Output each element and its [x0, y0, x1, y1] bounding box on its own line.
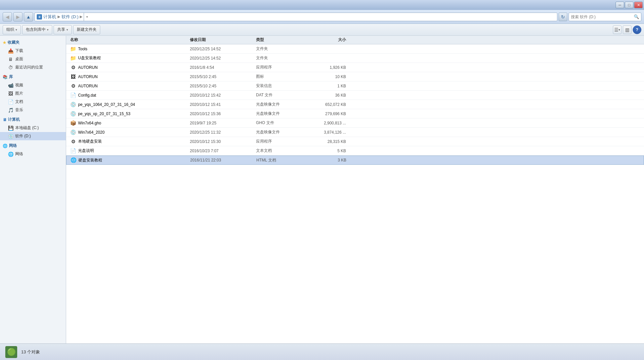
- table-row[interactable]: 🖼 AUTORUN 2015/5/10 2:45 图标 10 KB: [66, 72, 644, 81]
- sidebar-item-downloads[interactable]: 📥 下载: [0, 47, 66, 55]
- sidebar-header-favorites: ★ 收藏夹: [0, 38, 66, 47]
- file-name: U盘安装教程: [78, 55, 101, 61]
- table-row[interactable]: 💿 pe_yqs_1064_20_07_31_16_04 2020/10/12 …: [66, 100, 644, 109]
- sidebar-header-network: 🌐 网络: [0, 142, 66, 150]
- maximize-button[interactable]: □: [625, 2, 633, 8]
- table-row[interactable]: ⚙ AUTORUN 2016/1/8 4:54 应用程序 1,926 KB: [66, 63, 644, 72]
- file-icon: 💿: [70, 102, 76, 108]
- file-name-cell: 💿 Win7x64_2020: [67, 129, 190, 135]
- table-row[interactable]: 💿 Win7x64_2020 2020/12/25 11:32 光盘映像文件 3…: [66, 128, 644, 137]
- file-size: 2,900,813 ...: [309, 121, 349, 125]
- window-controls: ─ □ ✕: [616, 2, 643, 8]
- sidebar-item-drive-c[interactable]: 💾 本地磁盘 (C:): [0, 124, 66, 132]
- close-button[interactable]: ✕: [634, 2, 643, 8]
- table-row[interactable]: 📁 Tools 2020/12/25 14:52 文件夹: [66, 44, 644, 54]
- file-type: 图标: [256, 74, 309, 79]
- table-row[interactable]: 📁 U盘安装教程 2020/12/25 14:52 文件夹: [66, 54, 644, 63]
- column-date[interactable]: 修改日期: [190, 37, 256, 43]
- toolbar: 组织 ▾ 包含到库中 ▾ 共享 ▾ 新建文件夹 ☰ ▾ ▥ ?: [0, 24, 644, 36]
- file-name-cell: 📄 Config.dat: [67, 92, 190, 98]
- address-bar[interactable]: 🖥 计算机 ▶ 软件 (D:) ▶ ▾: [34, 13, 557, 21]
- file-type: 光盘映像文件: [256, 129, 309, 135]
- sidebar-section-library: 📚 库 📹 视频 🖼 图片 📄 文档 🎵 音乐: [0, 73, 66, 114]
- sidebar-item-music[interactable]: 🎵 音乐: [0, 106, 66, 114]
- file-icon: ⚙: [70, 65, 76, 70]
- table-row[interactable]: 📦 Win7x64.gho 2019/9/7 19:25 GHO 文件 2,90…: [66, 118, 644, 128]
- file-name-cell: ⚙ AUTORUN: [67, 83, 190, 89]
- sidebar-item-drive-d[interactable]: 💿 软件 (D:): [0, 132, 66, 140]
- search-icon[interactable]: 🔍: [634, 14, 639, 19]
- favorites-label: 收藏夹: [8, 40, 20, 45]
- sidebar-item-network[interactable]: 🌐 网络: [0, 150, 66, 158]
- refresh-button[interactable]: ↻: [559, 13, 567, 21]
- share-arrow: ▾: [66, 28, 68, 31]
- back-button[interactable]: ◀: [3, 12, 12, 22]
- file-type: 应用程序: [256, 139, 309, 144]
- status-bar: 🟢 13 个对象: [0, 343, 644, 360]
- up-button[interactable]: ▲: [24, 12, 33, 22]
- file-type: 光盘映像文件: [256, 102, 309, 107]
- sidebar-item-pictures[interactable]: 🖼 图片: [0, 89, 66, 98]
- file-icon: 📁: [70, 55, 76, 61]
- crumb-computer[interactable]: 计算机: [43, 14, 56, 20]
- file-icon: 📄: [70, 148, 76, 154]
- column-type[interactable]: 类型: [256, 37, 309, 43]
- search-bar[interactable]: 🔍: [569, 13, 641, 21]
- file-type: 文本文档: [256, 148, 309, 154]
- file-icon: ⚙: [70, 139, 76, 145]
- drive-c-icon: 💾: [8, 125, 13, 131]
- forward-button[interactable]: ▶: [13, 12, 22, 22]
- preview-pane-button[interactable]: ▥: [623, 25, 631, 34]
- minimize-button[interactable]: ─: [616, 2, 624, 8]
- file-name: Win7x64_2020: [78, 130, 105, 135]
- file-size: 5 KB: [309, 149, 349, 153]
- file-name-cell: 📦 Win7x64.gho: [67, 120, 190, 126]
- address-dropdown-button[interactable]: ▾: [84, 13, 90, 21]
- file-size: 10 KB: [309, 74, 349, 79]
- file-icon: 💿: [70, 111, 76, 117]
- main-area: ★ 收藏夹 📥 下载 🖥 桌面 ⏱ 最近访问的位置 📚 库 �: [0, 36, 644, 343]
- include-library-button[interactable]: 包含到库中 ▾: [22, 25, 52, 34]
- include-arrow: ▾: [47, 28, 49, 31]
- table-row[interactable]: ⚙ 本地硬盘安装 2020/10/12 15:30 应用程序 28,315 KB: [66, 137, 644, 146]
- table-row[interactable]: ⚙ AUTORUN 2015/5/10 2:45 安装信息 1 KB: [66, 81, 644, 91]
- table-row[interactable]: 🌐 硬盘安装教程 2016/11/21 22:03 HTML 文档 3 KB: [66, 156, 644, 165]
- file-name: 光盘说明: [78, 148, 94, 154]
- file-date: 2019/9/7 19:25: [190, 121, 256, 125]
- pictures-label: 图片: [15, 91, 23, 96]
- column-size[interactable]: 大小: [309, 37, 349, 43]
- status-app-icon: 🟢: [7, 348, 16, 356]
- file-name-cell: 📁 Tools: [67, 46, 190, 52]
- sidebar-item-documents[interactable]: 📄 文档: [0, 98, 66, 106]
- sidebar-item-video[interactable]: 📹 视频: [0, 81, 66, 89]
- music-label: 音乐: [15, 107, 23, 113]
- sidebar-item-desktop[interactable]: 🖥 桌面: [0, 55, 66, 63]
- share-label: 共享: [57, 27, 65, 32]
- network-item-icon: 🌐: [8, 152, 13, 157]
- new-folder-button[interactable]: 新建文件夹: [73, 25, 100, 34]
- crumb-drive[interactable]: 软件 (D:): [62, 14, 78, 20]
- preview-icon: ▥: [625, 27, 629, 32]
- file-size: 1,926 KB: [309, 65, 349, 70]
- share-button[interactable]: 共享 ▾: [54, 25, 72, 34]
- view-options-button[interactable]: ☰ ▾: [613, 25, 622, 34]
- address-crumbs: 计算机 ▶ 软件 (D:) ▶: [43, 14, 82, 20]
- help-button[interactable]: ?: [633, 25, 641, 34]
- file-date: 2015/5/10 2:45: [190, 84, 256, 88]
- file-date: 2015/5/10 2:45: [190, 74, 256, 79]
- library-label: 库: [9, 74, 13, 80]
- file-name: AUTORUN: [78, 84, 98, 88]
- table-row[interactable]: 📄 光盘说明 2016/10/23 7:07 文本文档 5 KB: [66, 146, 644, 156]
- file-name-cell: ⚙ AUTORUN: [67, 65, 190, 70]
- file-icon: ⚙: [70, 83, 76, 89]
- search-input[interactable]: [571, 15, 632, 19]
- file-name: pe_yqs_1064_20_07_31_16_04: [78, 102, 135, 107]
- file-type: 应用程序: [256, 65, 309, 70]
- computer-icon: 🖥: [3, 117, 7, 122]
- sidebar-item-recent[interactable]: ⏱ 最近访问的位置: [0, 63, 66, 71]
- table-row[interactable]: 💿 pe_yqs_xp_20_07_31_15_53 2020/10/12 15…: [66, 109, 644, 118]
- organize-button[interactable]: 组织 ▾: [3, 25, 21, 34]
- column-name[interactable]: 名称: [67, 37, 190, 43]
- desktop-icon: 🖥: [8, 57, 13, 62]
- table-row[interactable]: 📄 Config.dat 2020/10/12 15:42 DAT 文件 36 …: [66, 91, 644, 100]
